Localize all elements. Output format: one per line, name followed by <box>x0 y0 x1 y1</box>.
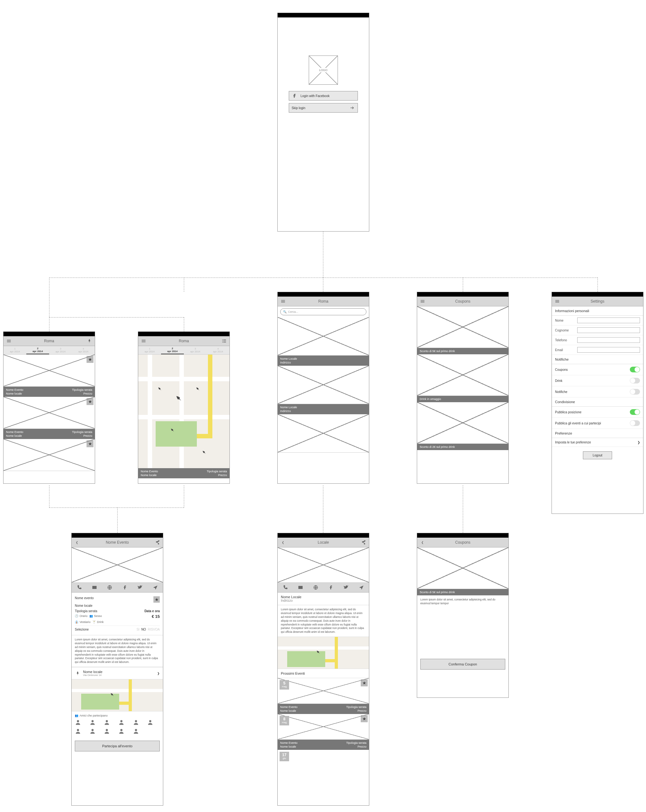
toggle-position: Pubblica posizione <box>552 407 643 418</box>
toggle-notifiche-switch[interactable] <box>630 389 640 395</box>
date-cell[interactable]: 1apr 2014 <box>138 346 161 354</box>
coupon-card[interactable]: Sconto di 2€ sul primo drink <box>417 402 509 450</box>
friend-avatar[interactable] <box>147 719 160 726</box>
share-icon[interactable] <box>155 540 160 545</box>
upcoming-event-card[interactable]: ★ 8mag Nome EventoNome localeTipologia s… <box>278 714 369 750</box>
page-title: Settings <box>562 299 633 304</box>
friend-avatar[interactable] <box>75 719 87 726</box>
friend-avatar[interactable] <box>133 719 145 726</box>
participate-button[interactable]: Partecipa all'evento <box>75 741 160 751</box>
date-cell[interactable]: 3apr 2014 <box>184 346 207 354</box>
venue-card[interactable] <box>278 414 369 453</box>
pin-icon[interactable] <box>87 338 92 344</box>
friend-avatar[interactable] <box>118 728 131 735</box>
section-preferences: Preferenze <box>552 429 643 438</box>
favorite-button[interactable]: ★ <box>154 596 160 603</box>
skip-login-button[interactable]: Skip login <box>289 103 358 113</box>
menu-icon[interactable] <box>141 338 146 344</box>
menu-icon[interactable] <box>6 338 12 344</box>
date-cell-active[interactable]: 2apr 2014 <box>26 346 49 354</box>
event-card[interactable]: ★ Nome EventoNome locale Tipologia serat… <box>3 355 95 397</box>
field-cognome: Cognome <box>552 325 643 335</box>
phone-icon[interactable] <box>282 585 288 590</box>
date-cell[interactable]: 4apr 2014 <box>72 346 95 354</box>
toggle-coupons-switch[interactable] <box>630 367 640 372</box>
favorite-button[interactable]: ★ <box>87 398 93 405</box>
friend-avatar[interactable] <box>133 728 145 735</box>
favorite-button[interactable]: ★ <box>87 440 93 447</box>
email-input[interactable] <box>577 347 640 353</box>
friend-avatar[interactable] <box>104 728 116 735</box>
telefono-input[interactable] <box>577 337 640 343</box>
field-nome: Nome <box>552 316 643 325</box>
mini-map[interactable] <box>278 637 369 669</box>
event-hero-image <box>72 548 163 583</box>
confirm-coupon-button[interactable]: Conferma Coupon <box>420 659 505 670</box>
friend-avatar[interactable] <box>75 728 87 735</box>
logout-button[interactable]: Logout <box>583 451 612 459</box>
facebook-icon[interactable] <box>328 585 334 590</box>
friend-avatar[interactable] <box>118 719 131 726</box>
arrow-right-icon <box>349 105 355 111</box>
page-title: Roma <box>14 339 85 343</box>
date-cell[interactable]: 1apr 2014 <box>3 346 26 354</box>
toggle-events-switch[interactable] <box>630 420 640 426</box>
favorite-button[interactable]: ★ <box>361 679 368 686</box>
date-cell[interactable]: 4apr 2014 <box>207 346 230 354</box>
friend-avatar[interactable] <box>89 728 102 735</box>
venue-card[interactable]: Nome LocaleIndirizzo <box>278 366 369 414</box>
back-icon[interactable]: ❮ <box>280 540 286 545</box>
coupon-card[interactable]: Drink in omaggio <box>417 354 509 402</box>
globe-icon[interactable] <box>313 585 318 590</box>
cognome-input[interactable] <box>577 327 640 333</box>
back-icon[interactable]: ❮ <box>74 540 80 545</box>
favorite-button[interactable]: ★ <box>87 356 93 363</box>
fb-login-button[interactable]: Login with Facebook <box>289 91 358 101</box>
event-image: ★ <box>3 397 95 429</box>
facebook-icon[interactable] <box>122 585 128 590</box>
friend-avatar[interactable] <box>89 719 102 726</box>
coupon-card[interactable]: Sconto di 5€ sul primo drink <box>417 307 509 354</box>
twitter-icon[interactable] <box>343 585 349 590</box>
back-icon[interactable]: ❮ <box>420 540 425 545</box>
map-pin[interactable] <box>156 385 163 393</box>
search-input[interactable]: 🔍 Cerca... <box>280 308 366 315</box>
twitter-icon[interactable] <box>137 585 143 590</box>
coupon-info-bar: Sconto di 5€ sul primo drink <box>417 348 509 354</box>
navigate-icon[interactable] <box>358 585 364 590</box>
menu-icon[interactable] <box>420 298 425 304</box>
date-strip[interactable]: 1apr 2014 2apr 2014 3apr 2014 4apr 2014 <box>138 346 230 355</box>
upcoming-event-card[interactable]: ★ 5mag Nome EventoNome localeTipologia s… <box>278 678 369 714</box>
globe-icon[interactable] <box>107 585 113 590</box>
toggle-notifiche: Notifiche <box>552 386 643 397</box>
map-pin[interactable] <box>201 449 208 456</box>
phone-icon[interactable] <box>76 585 82 590</box>
menu-icon[interactable] <box>280 298 286 304</box>
statusbar <box>3 332 95 336</box>
map-event-preview[interactable]: Nome EventoNome locale Tipologia serataP… <box>138 468 230 478</box>
list-icon[interactable] <box>221 338 227 344</box>
mini-map[interactable] <box>72 679 163 711</box>
mail-icon[interactable] <box>91 585 97 590</box>
venue-card[interactable]: Nome LocaleIndirizzo <box>278 317 369 366</box>
date-cell[interactable]: 3apr 2014 <box>49 346 72 354</box>
event-info-bar: Nome EventoNome localeTipologia serataPr… <box>278 740 369 750</box>
chevron-right-icon: ❯ <box>637 441 640 444</box>
friend-avatar[interactable] <box>104 719 116 726</box>
nome-input[interactable] <box>577 317 640 323</box>
mail-icon[interactable] <box>298 585 303 590</box>
map-pin[interactable] <box>194 385 202 393</box>
date-cell-active[interactable]: 2apr 2014 <box>161 346 184 354</box>
menu-icon[interactable] <box>555 298 560 304</box>
venue-link[interactable]: Nome localeVia Ombrone 14 ❯ <box>72 667 163 679</box>
date-strip[interactable]: 1apr 2014 2apr 2014 3apr 2014 4apr 2014 <box>3 346 95 355</box>
event-card[interactable]: ★ Nome EventoNome locale Tipologia serat… <box>3 397 95 439</box>
toggle-drink-switch[interactable] <box>630 378 640 383</box>
navigate-icon[interactable] <box>152 585 158 590</box>
share-icon[interactable] <box>361 540 366 545</box>
event-card[interactable]: ★ <box>3 439 95 471</box>
map[interactable]: Nome EventoNome locale Tipologia serataP… <box>138 355 230 478</box>
toggle-position-switch[interactable] <box>630 409 640 415</box>
favorite-button[interactable]: ★ <box>361 715 368 722</box>
preferences-link[interactable]: Imposta le tue preferenze❯ <box>552 438 643 447</box>
